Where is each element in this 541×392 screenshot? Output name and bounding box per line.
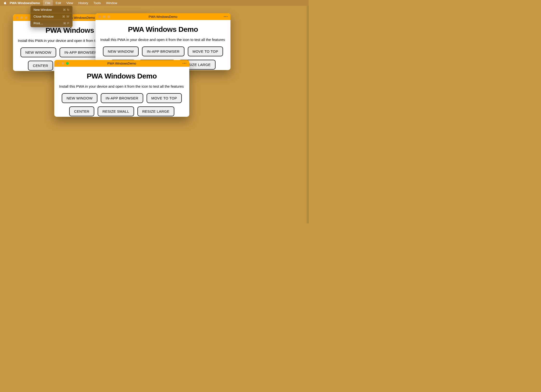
page-description: Install this PWA in your device and open… xyxy=(59,84,184,89)
new-window-button[interactable]: NEW WINDOW xyxy=(62,93,97,103)
menu-separator xyxy=(31,20,72,20)
titlebar[interactable]: PWA WindowsDemo ··· xyxy=(95,13,230,20)
minimize-icon[interactable] xyxy=(103,15,105,18)
minimize-icon[interactable] xyxy=(61,62,64,65)
page-description: Install this PWA in your device and open… xyxy=(100,37,226,42)
edge-shadow xyxy=(306,0,309,223)
traffic-lights xyxy=(95,15,110,18)
new-window-button[interactable]: NEW WINDOW xyxy=(103,46,139,56)
page-heading: PWA Windows Demo xyxy=(100,25,226,33)
center-button[interactable]: CENTER xyxy=(28,61,53,71)
menubar-item-history[interactable]: History xyxy=(76,0,90,6)
more-icon[interactable]: ··· xyxy=(183,61,187,65)
close-icon[interactable] xyxy=(57,62,60,65)
file-menu-new-window[interactable]: New Window ⌘ N xyxy=(31,7,72,13)
window-title: PWA WindowsDemo xyxy=(95,15,230,19)
file-menu-item-shortcut: ⌘ N xyxy=(63,8,69,12)
file-menu-item-shortcut: ⌘ P xyxy=(63,22,69,25)
menubar-item-edit[interactable]: Edit xyxy=(53,0,63,6)
menubar-item-file[interactable]: File xyxy=(43,0,53,6)
zoom-icon[interactable] xyxy=(66,62,69,65)
menubar-app-name[interactable]: PWA WindowsDemo xyxy=(7,0,42,6)
pwa-window-front[interactable]: PWA WindowsDemo ··· PWA Windows Demo Ins… xyxy=(54,60,189,117)
file-menu-item-label: New Window xyxy=(34,8,52,12)
page-heading: PWA Windows Demo xyxy=(59,72,184,80)
in-app-browser-button[interactable]: IN-APP BROWSER xyxy=(142,46,184,56)
new-window-button[interactable]: NEW WINDOW xyxy=(20,47,56,57)
window-content: PWA Windows Demo Install this PWA in you… xyxy=(54,67,189,117)
resize-large-button[interactable]: RESIZE LARGE xyxy=(137,106,174,116)
menu-separator xyxy=(31,13,72,13)
resize-small-button[interactable]: RESIZE SMALL xyxy=(98,106,134,116)
minimize-icon[interactable] xyxy=(20,16,23,19)
button-group: NEW WINDOW IN-APP BROWSER MOVE TO TOP CE… xyxy=(59,93,184,116)
more-icon[interactable]: ··· xyxy=(224,15,228,19)
menubar-item-window[interactable]: Window xyxy=(104,0,120,6)
file-menu-print[interactable]: Print… ⌘ P xyxy=(31,20,72,26)
close-icon[interactable] xyxy=(98,15,101,18)
menubar-item-view[interactable]: View xyxy=(64,0,75,6)
window-title: PWA WindowsDemo xyxy=(54,62,189,65)
file-menu-item-label: Close Window xyxy=(34,15,54,18)
titlebar[interactable]: PWA WindowsDemo ··· xyxy=(54,60,189,67)
traffic-lights xyxy=(13,16,27,19)
center-button[interactable]: CENTER xyxy=(69,106,94,116)
file-menu-item-shortcut: ⌘ W xyxy=(62,15,69,18)
zoom-icon[interactable] xyxy=(25,16,27,19)
zoom-icon[interactable] xyxy=(107,15,110,18)
menubar: PWA WindowsDemo File Edit View History T… xyxy=(0,0,309,6)
traffic-lights xyxy=(54,62,69,65)
close-icon[interactable] xyxy=(16,16,18,19)
in-app-browser-button[interactable]: IN-APP BROWSER xyxy=(101,93,143,103)
file-menu-dropdown: New Window ⌘ N Close Window ⌘ W Print… ⌘… xyxy=(30,6,73,27)
move-to-top-button[interactable]: MOVE TO TOP xyxy=(147,93,182,103)
menubar-item-tools[interactable]: Tools xyxy=(91,0,103,6)
move-to-top-button[interactable]: MOVE TO TOP xyxy=(188,46,223,56)
apple-logo-icon[interactable] xyxy=(3,1,7,5)
file-menu-close-window[interactable]: Close Window ⌘ W xyxy=(31,14,72,19)
file-menu-item-label: Print… xyxy=(34,21,43,25)
